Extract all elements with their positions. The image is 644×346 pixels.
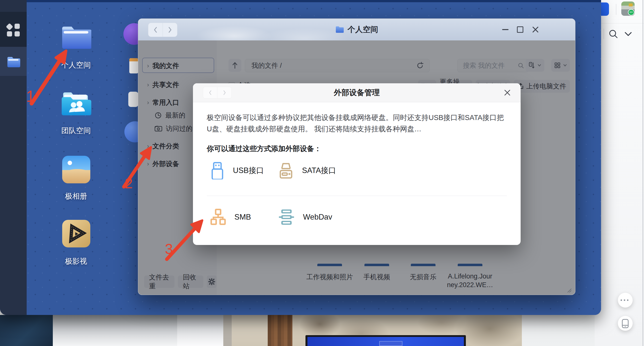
- screen: 个人空间 团队空间 极相册 极影视: [0, 0, 644, 346]
- device-fab[interactable]: [618, 316, 633, 331]
- photo-tv: [306, 335, 466, 346]
- option-webdav[interactable]: WebDav: [278, 208, 332, 226]
- toolbar-divider: [604, 29, 604, 39]
- header-divider: [616, 4, 616, 15]
- options-divider: [207, 196, 507, 196]
- option-sata[interactable]: SATA接口: [278, 162, 336, 179]
- option-label: USB接口: [233, 165, 264, 176]
- sata-icon: [278, 162, 294, 179]
- option-label: WebDav: [303, 213, 332, 221]
- ellipsis-icon: [620, 299, 628, 301]
- left-rail: [0, 0, 27, 315]
- desktop-icon-movies[interactable]: [62, 220, 90, 247]
- avatar-photo-detail: [629, 3, 633, 6]
- option-label: SATA接口: [302, 165, 336, 176]
- option-smb[interactable]: SMB: [210, 208, 251, 226]
- more-options-fab[interactable]: [618, 293, 633, 308]
- minimize-button[interactable]: [502, 19, 508, 40]
- search-icon[interactable]: [608, 29, 619, 39]
- annotation-number-1: 1: [26, 87, 35, 106]
- hidden-desktop-icon: [129, 58, 138, 73]
- photo-tv-searchbox: [379, 341, 402, 346]
- webdav-icon: [278, 208, 294, 226]
- wechat-badge-icon: [628, 9, 634, 15]
- screen-right-edge: [642, 0, 643, 346]
- client-right-panel: [595, 0, 644, 346]
- window-title-wrap: 个人空间: [138, 19, 575, 40]
- modal-description: 极空间设备可以通过多种协议把其他设备挂载成网络硬盘。同时还支持USB接口和SAT…: [207, 112, 507, 135]
- dune-shape: [62, 169, 90, 183]
- annotation-number-3: 3: [165, 240, 173, 257]
- desktop-icon-photos[interactable]: [62, 156, 90, 183]
- folder-icon: [335, 26, 344, 33]
- desktop-icon-label: 团队空间: [46, 126, 106, 136]
- desktop-icon-personal-space[interactable]: [61, 25, 91, 49]
- avatar[interactable]: [621, 1, 634, 16]
- maximize-button[interactable]: [517, 19, 523, 40]
- photo-wood-pillar: [268, 315, 292, 346]
- hidden-desktop-icon: [128, 92, 138, 107]
- smb-icon: [210, 208, 226, 226]
- window-title: 个人空间: [348, 24, 378, 35]
- background-photo: [223, 315, 522, 346]
- desktop-icon-label: 极相册: [46, 191, 106, 201]
- app-launcher-icon[interactable]: [7, 24, 20, 36]
- desktop-top-strip: [27, 0, 601, 2]
- chevron-down-icon[interactable]: [623, 31, 633, 37]
- background-gradient-light: [177, 315, 223, 346]
- photo-window-frame: [223, 315, 232, 346]
- desktop-icon-team-space[interactable]: [61, 91, 91, 115]
- option-label: SMB: [234, 213, 251, 221]
- option-usb[interactable]: USB接口: [210, 162, 264, 179]
- photo-wall: [232, 315, 268, 346]
- sun-shape: [68, 161, 72, 165]
- modal-title: 外部设备管理: [193, 83, 521, 102]
- files-app-icon[interactable]: [6, 56, 20, 67]
- annotation-number-2: 2: [125, 175, 133, 191]
- background-texture: [0, 315, 53, 346]
- external-device-modal: 外部设备管理 极空间设备可以通过多种协议把其他设备挂载成网络硬盘。同时还支持US…: [193, 83, 521, 245]
- usb-icon: [210, 162, 224, 179]
- desktop-icon-label: 个人空间: [46, 60, 106, 70]
- modal-close-button[interactable]: [504, 89, 511, 96]
- close-button[interactable]: [532, 19, 539, 40]
- modal-subtitle: 你可以通过这些方式添加外部设备：: [207, 144, 321, 154]
- desktop-icon-label: 极影视: [46, 256, 106, 266]
- close-icon: [504, 89, 511, 96]
- panel-divider: [601, 23, 644, 23]
